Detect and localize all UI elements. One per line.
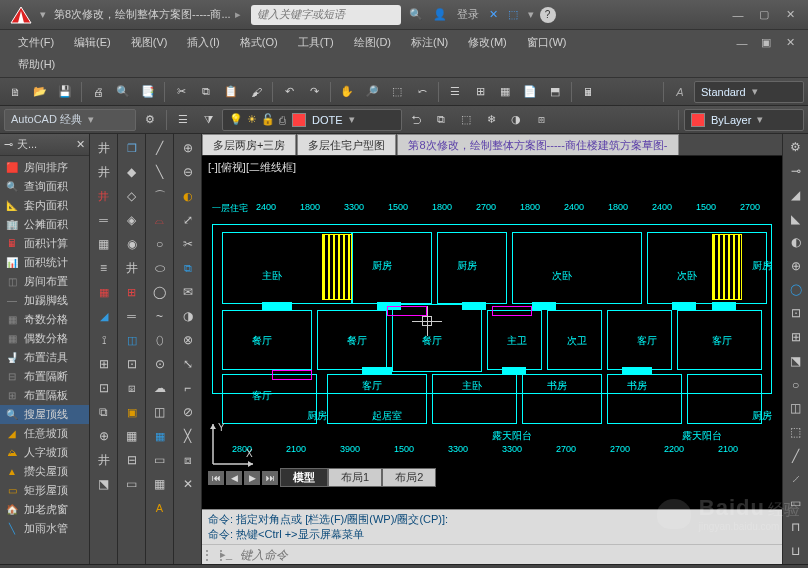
tool-button[interactable]: ⊓	[785, 518, 807, 537]
tree-item[interactable]: ◫房间布置	[0, 272, 89, 291]
tool-button[interactable]: ═	[121, 306, 143, 326]
tool-button[interactable]: ◫	[785, 399, 807, 418]
tool-button[interactable]: ⊔	[785, 541, 807, 560]
tool-button[interactable]: ▭	[121, 474, 143, 494]
zoom-prev-icon[interactable]: ⤺	[411, 81, 433, 103]
tree-item[interactable]: ▭矩形屋顶	[0, 481, 89, 500]
tool-button[interactable]: ◐	[177, 186, 199, 206]
tool-button[interactable]: ◫	[121, 330, 143, 350]
cut-icon[interactable]: ✂	[170, 81, 192, 103]
tool-button[interactable]: ╱	[149, 138, 171, 158]
tool-button[interactable]: ◢	[93, 306, 115, 326]
tool-button[interactable]: ◫	[149, 402, 171, 422]
tool-button[interactable]: ═	[93, 210, 115, 230]
redo-icon[interactable]: ↷	[303, 81, 325, 103]
tool-button[interactable]: ⊞	[121, 282, 143, 302]
tool-button[interactable]: ⊞	[785, 328, 807, 347]
tool-button[interactable]: ☁	[149, 378, 171, 398]
menu-修改[interactable]: 修改(M)	[458, 33, 517, 52]
menu-视图[interactable]: 视图(V)	[121, 33, 178, 52]
ucs-icon[interactable]: XY	[208, 419, 258, 469]
qat-chevron-icon[interactable]: ▾	[40, 8, 46, 21]
tool-button[interactable]: ✂	[177, 234, 199, 254]
tree-item[interactable]: 🔍查询面积	[0, 177, 89, 196]
tool-button[interactable]: ⤡	[177, 354, 199, 374]
minimize-button[interactable]: —	[728, 6, 748, 24]
tool-button[interactable]: ◢	[785, 185, 807, 204]
title-arrow-icon[interactable]: ▸	[235, 8, 241, 21]
menu-编辑[interactable]: 编辑(E)	[64, 33, 121, 52]
layout-tab[interactable]: 布局1	[328, 468, 382, 487]
menu-标注[interactable]: 标注(N)	[401, 33, 458, 52]
layer-prev-icon[interactable]: ⮌	[405, 109, 427, 131]
textstyle-icon[interactable]: A	[669, 81, 691, 103]
workspace-settings-icon[interactable]: ⚙	[139, 109, 161, 131]
textstyle-combo[interactable]: Standard▾	[694, 81, 804, 103]
layer-iso-icon[interactable]: ⬚	[455, 109, 477, 131]
tool-button[interactable]: ▣	[121, 402, 143, 422]
tool-button[interactable]: ▦	[121, 426, 143, 446]
tree-item[interactable]: ╲加雨水管	[0, 519, 89, 538]
tool-button[interactable]: ◯	[149, 282, 171, 302]
menu-格式[interactable]: 格式(O)	[230, 33, 288, 52]
exchange-icon[interactable]: ✕	[489, 8, 498, 21]
undo-icon[interactable]: ↶	[278, 81, 300, 103]
tab-first-icon[interactable]: ⏮	[208, 471, 224, 485]
layer-off-icon[interactable]: ◑	[505, 109, 527, 131]
dropdown-icon[interactable]: ▾	[528, 8, 534, 21]
markup-icon[interactable]: ⬒	[544, 81, 566, 103]
signin-label[interactable]: 登录	[457, 7, 479, 22]
save-icon[interactable]: 💾	[54, 81, 76, 103]
tool-button[interactable]: ⟋	[785, 470, 807, 489]
tool-button[interactable]: ⧉	[93, 402, 115, 422]
signin-icon[interactable]: 👤	[433, 8, 447, 21]
tool-button[interactable]: ▭	[149, 450, 171, 470]
document-tab[interactable]: 多层两房+三房	[202, 134, 296, 155]
open-icon[interactable]: 📂	[29, 81, 51, 103]
layer-manager-icon[interactable]: ☰	[172, 109, 194, 131]
tool-button[interactable]: ⊘	[177, 402, 199, 422]
tool-button[interactable]: ◇	[121, 186, 143, 206]
tree-item[interactable]: 📊面积统计	[0, 253, 89, 272]
tool-button[interactable]: ▦	[149, 426, 171, 446]
tool-button[interactable]: 井	[93, 450, 115, 470]
tool-button[interactable]: ◆	[121, 162, 143, 182]
close-button[interactable]: ✕	[780, 6, 800, 24]
layer-filter-icon[interactable]: ⧩	[197, 109, 219, 131]
menu-绘图[interactable]: 绘图(D)	[344, 33, 401, 52]
color-combo[interactable]: ByLayer▾	[684, 109, 804, 131]
tree-item[interactable]: —加踢脚线	[0, 291, 89, 310]
pan-icon[interactable]: ✋	[336, 81, 358, 103]
model-space[interactable]: [-][俯视][二维线框] 主卧厨房厨房次卧次卧厨房餐厅餐厅餐厅主卫次卫客厅客厅…	[202, 156, 782, 509]
tree-item[interactable]: 📐套内面积	[0, 196, 89, 215]
tool-button[interactable]: ≡	[93, 258, 115, 278]
viewport-label[interactable]: [-][俯视][二维线框]	[208, 160, 296, 175]
tool-button[interactable]: ⟟	[93, 330, 115, 350]
tree-item[interactable]: ▦偶数分格	[0, 329, 89, 348]
tree-item[interactable]: 🔍搜屋顶线	[0, 405, 89, 424]
tool-button[interactable]: ~	[149, 306, 171, 326]
tree-item[interactable]: ⊟布置隔断	[0, 367, 89, 386]
tool-button[interactable]: ⧉	[177, 258, 199, 278]
search-input[interactable]: 键入关键字或短语	[251, 5, 401, 25]
tool-button[interactable]: ◑	[177, 306, 199, 326]
doc-restore-button[interactable]: ▣	[756, 34, 776, 52]
app-logo[interactable]	[4, 3, 38, 27]
calc-icon[interactable]: 🖩	[577, 81, 599, 103]
tree-item[interactable]: 🏠加老虎窗	[0, 500, 89, 519]
tool-button[interactable]: ⌓	[149, 210, 171, 230]
tool-button[interactable]: ◐	[785, 233, 807, 252]
designcenter-icon[interactable]: ⊞	[469, 81, 491, 103]
tool-button[interactable]: 井	[93, 162, 115, 182]
tool-button[interactable]: ⊖	[177, 162, 199, 182]
tool-button[interactable]: ⊡	[93, 378, 115, 398]
copy-icon[interactable]: ⧉	[195, 81, 217, 103]
tool-button[interactable]: ⊕	[785, 257, 807, 276]
tool-button[interactable]: ○	[149, 234, 171, 254]
help-icon[interactable]: ?	[540, 7, 556, 23]
tool-button[interactable]: ⤢	[177, 210, 199, 230]
tool-button[interactable]: 井	[121, 258, 143, 278]
tool-button[interactable]: ⊡	[785, 304, 807, 323]
preview-icon[interactable]: 🔍	[112, 81, 134, 103]
menu-help[interactable]: 帮助(H)	[8, 55, 65, 74]
